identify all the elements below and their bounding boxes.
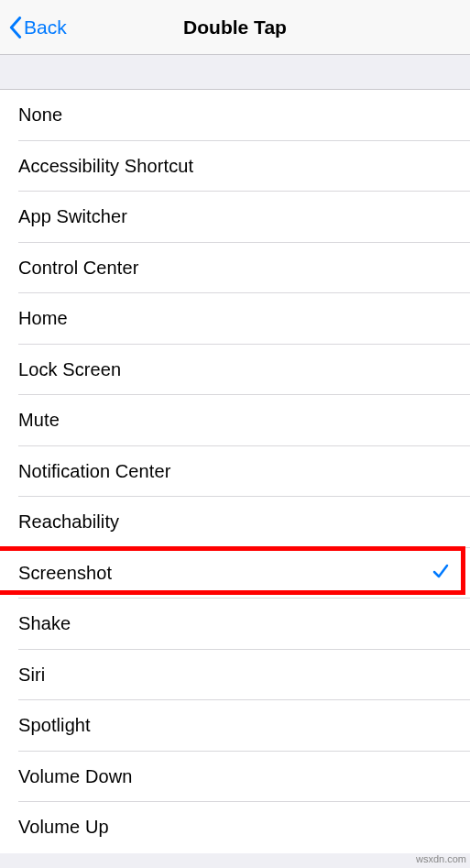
option-label: Mute <box>18 410 60 431</box>
option-row[interactable]: Home <box>0 293 470 345</box>
option-row[interactable]: Mute <box>0 395 470 446</box>
option-label: Spotlight <box>18 715 91 736</box>
options-list: NoneAccessibility ShortcutApp SwitcherCo… <box>0 90 470 853</box>
option-label: Siri <box>18 665 45 686</box>
option-label: Accessibility Shortcut <box>18 156 193 177</box>
back-button[interactable]: Back <box>0 0 67 54</box>
option-row[interactable]: None <box>0 90 470 141</box>
section-gap <box>0 55 470 90</box>
option-label: None <box>18 104 62 126</box>
option-label: App Switcher <box>18 206 127 227</box>
option-row[interactable]: Spotlight <box>0 700 470 752</box>
option-row[interactable]: Volume Up <box>0 802 470 853</box>
navbar: Back Double Tap <box>0 0 470 55</box>
option-label: Home <box>18 308 68 329</box>
checkmark-icon <box>432 562 450 584</box>
option-label: Lock Screen <box>18 359 121 380</box>
option-label: Volume Up <box>18 817 109 838</box>
option-row[interactable]: Screenshot <box>0 548 470 599</box>
option-label: Reachability <box>18 511 119 533</box>
option-row[interactable]: Shake <box>0 599 470 650</box>
chevron-left-icon <box>9 16 22 38</box>
option-label: Volume Down <box>18 766 133 787</box>
back-label: Back <box>24 16 67 38</box>
option-row[interactable]: Control Center <box>0 243 470 294</box>
option-row[interactable]: Reachability <box>0 497 470 548</box>
option-row[interactable]: Siri <box>0 650 470 701</box>
option-label: Notification Center <box>18 461 170 482</box>
option-label: Screenshot <box>18 563 112 584</box>
option-label: Control Center <box>18 258 138 279</box>
option-label: Shake <box>18 613 71 634</box>
watermark: wsxdn.com <box>416 853 466 864</box>
option-row[interactable]: Volume Down <box>0 752 470 803</box>
option-row[interactable]: Notification Center <box>0 446 470 498</box>
option-row[interactable]: Accessibility Shortcut <box>0 141 470 192</box>
page-title: Double Tap <box>0 16 470 38</box>
option-row[interactable]: Lock Screen <box>0 345 470 396</box>
option-row[interactable]: App Switcher <box>0 192 470 243</box>
